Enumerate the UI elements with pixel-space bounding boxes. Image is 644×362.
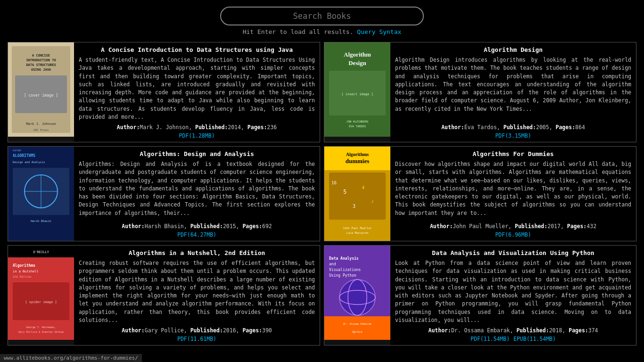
book-description: Algorithm Design introduces algorithms b… — [395, 56, 631, 121]
svg-text:Apress: Apress — [352, 330, 363, 334]
svg-text:Design and Analysis: Design and Analysis — [13, 160, 45, 164]
svg-text:Algorithms: Algorithms — [346, 152, 369, 157]
svg-text:CRC Press: CRC Press — [33, 128, 49, 132]
book-description: Discover how algorithms shape and impact… — [395, 160, 631, 220]
svg-text:[ cover image ]: [ cover image ] — [24, 93, 58, 98]
book-title: Algorithm Design — [395, 46, 631, 53]
book-title: Algorithms: Design and Analysis — [79, 150, 315, 157]
svg-text:Using Python: Using Python — [329, 273, 356, 278]
svg-text:Algorithm: Algorithm — [344, 51, 371, 58]
pdf-link[interactable]: PDF(6.96MB) — [495, 231, 531, 238]
svg-text:7: 7 — [372, 200, 373, 204]
header: Hit Enter to load all results. Query Syn… — [0, 0, 644, 40]
book-pdf-links: PDF(64.27MB) — [79, 231, 315, 238]
svg-text:Harsh Bhasin: Harsh Bhasin — [31, 219, 51, 222]
book-meta: Author:John Paul Mueller, Published:2017… — [395, 223, 631, 230]
book-title: Algorithms For Dummies — [395, 150, 631, 157]
pdf-link[interactable]: PDF(1.28MB) — [179, 132, 215, 139]
svg-text:[ insect image ]: [ insect image ] — [341, 92, 373, 96]
book-pdf-links: PDF(11.54MB) EPUB(11.54MB) — [395, 335, 631, 342]
book-info: Algorithm DesignAlgorithm Design introdu… — [390, 42, 636, 142]
book-info: Data Analysis and Visualization Using Py… — [390, 246, 636, 345]
book-meta: Author:Mark J. Johnson, Published:2014, … — [79, 124, 315, 131]
svg-text:USING JAVA: USING JAVA — [31, 68, 51, 72]
book-card: Data Analysis and Visualizations Using P… — [324, 245, 636, 346]
epub-link[interactable]: EPUB(11.54MB) — [513, 336, 556, 342]
book-info: A Concise Introduction to Data Structure… — [74, 42, 320, 142]
svg-text:16: 16 — [331, 181, 337, 185]
book-pdf-links: PDF(3.15MB) — [395, 132, 631, 139]
svg-text:4: 4 — [362, 186, 364, 190]
svg-text:3: 3 — [353, 204, 355, 209]
svg-text:OXFORD: OXFORD — [13, 149, 21, 152]
book-description: Look at Python from a data science point… — [395, 259, 631, 324]
search-hint: Hit Enter to load all results. Query Syn… — [243, 28, 402, 35]
svg-text:[ spider image ]: [ spider image ] — [25, 300, 57, 304]
pdf-link[interactable]: PDF(11.54MB) — [471, 336, 510, 342]
svg-text:5: 5 — [343, 189, 347, 195]
book-cover: O'REILLY Algorithms in a Nutshell 2nd Ed… — [8, 246, 74, 345]
svg-text:A CONCISE: A CONCISE — [32, 54, 50, 58]
book-description: A student-friendly text, A Concise Intro… — [79, 56, 315, 121]
book-meta: Author:Éva Tardos, Published:2005, Pages… — [395, 124, 631, 131]
book-card: A CONCISE INTRODUCTION TO DATA STRUCTURE… — [8, 42, 320, 142]
book-card: Algorithm Design [ insect image ] JON KL… — [324, 42, 636, 142]
svg-text:Luca Massaron: Luca Massaron — [347, 231, 369, 234]
book-info: Algorithms in a Nutshell, 2nd EditionCre… — [74, 246, 320, 345]
svg-text:Dr. Ossama Embarak: Dr. Ossama Embarak — [343, 322, 372, 325]
svg-text:in a Nutshell: in a Nutshell — [13, 270, 39, 273]
book-description: Creating robust software requires the us… — [79, 259, 315, 324]
pdf-link[interactable]: PDF(3.15MB) — [495, 132, 531, 139]
book-meta: Author:Gary Pollice, Published:2016, Pag… — [79, 327, 315, 334]
book-title: Data Analysis and Visualization Using Py… — [395, 249, 631, 256]
svg-point-55 — [339, 280, 375, 315]
book-title: Algorithms in a Nutshell, 2nd Edition — [79, 249, 315, 256]
svg-text:JON KLEINBERG: JON KLEINBERG — [347, 120, 369, 123]
status-bar: www.allitebooks.org/algorithms-for-dummi… — [0, 354, 142, 362]
svg-text:and: and — [329, 262, 336, 266]
svg-text:ALGORITHMS: ALGORITHMS — [13, 154, 35, 158]
book-cover: A CONCISE INTRODUCTION TO DATA STRUCTURE… — [8, 42, 74, 142]
book-info: Algorithms: Design and AnalysisAlgorithm… — [74, 147, 320, 241]
query-syntax-link[interactable]: Query Syntax — [357, 28, 401, 35]
book-card: O'REILLY Algorithms in a Nutshell 2nd Ed… — [8, 245, 320, 346]
pdf-link[interactable]: PDF(64.27MB) — [177, 231, 216, 238]
svg-text:2nd Edition: 2nd Edition — [13, 275, 32, 278]
svg-text:Algorithms: Algorithms — [13, 263, 35, 268]
svg-text:INTRODUCTION TO: INTRODUCTION TO — [26, 58, 56, 62]
svg-text:Visualizations: Visualizations — [329, 268, 361, 272]
svg-text:dummies: dummies — [346, 157, 370, 165]
book-card: ALGORITHMS Design and Analysis Harsh Bha… — [8, 146, 320, 241]
book-meta: Author:Dr. Ossama Embarak, Published:201… — [395, 327, 631, 334]
svg-text:ÉVA TARDOS: ÉVA TARDOS — [349, 124, 366, 128]
svg-text:Gary Pollice & Stanley Selkow: Gary Pollice & Stanley Selkow — [18, 330, 64, 334]
book-info: Algorithms For DummiesDiscover how algor… — [390, 147, 636, 241]
book-pdf-links: PDF(11.61MB) — [79, 335, 315, 342]
pdf-link[interactable]: PDF(11.61MB) — [177, 336, 216, 342]
book-cover: Algorithms dummies 16 5 4 3 7 John Paul … — [324, 147, 390, 241]
book-pdf-links: PDF(1.28MB) — [79, 132, 315, 139]
book-description: Algorithms: Design and Analysis of is a … — [79, 160, 315, 220]
book-meta: Author:Harsh Bhasin, Published:2015, Pag… — [79, 223, 315, 230]
svg-text:John Paul Mueller: John Paul Mueller — [343, 226, 372, 230]
book-title: A Concise Introduction to Data Structure… — [79, 46, 315, 53]
svg-text:O'REILLY: O'REILLY — [33, 250, 50, 254]
svg-rect-50 — [324, 316, 390, 340]
svg-rect-31 — [329, 173, 386, 220]
svg-text:George T. Heineman,: George T. Heineman, — [26, 326, 56, 329]
svg-text:Mark J. Johnson: Mark J. Johnson — [26, 122, 56, 126]
search-input[interactable] — [220, 7, 424, 25]
svg-text:DATA STRUCTURES: DATA STRUCTURES — [26, 63, 56, 67]
svg-text:Data Analysis: Data Analysis — [329, 256, 359, 261]
book-cover: Data Analysis and Visualizations Using P… — [324, 246, 390, 345]
book-cover: ALGORITHMS Design and Analysis Harsh Bha… — [8, 147, 74, 241]
book-pdf-links: PDF(6.96MB) — [395, 231, 631, 238]
book-cover: Algorithm Design [ insect image ] JON KL… — [324, 42, 390, 142]
book-card: Algorithms dummies 16 5 4 3 7 John Paul … — [324, 146, 636, 241]
svg-text:Design: Design — [348, 59, 366, 66]
books-grid: A CONCISE INTRODUCTION TO DATA STRUCTURE… — [0, 40, 644, 347]
